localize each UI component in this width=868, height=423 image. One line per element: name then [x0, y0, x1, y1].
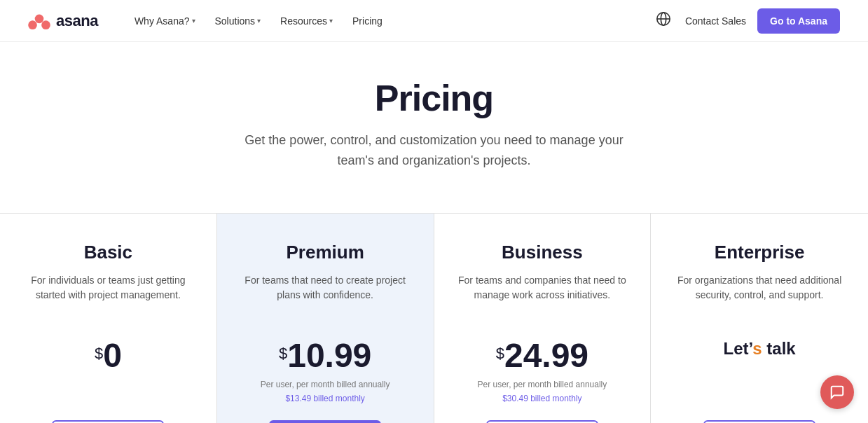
- chevron-down-icon: ▾: [329, 17, 333, 25]
- plan-business-billing-annual: Per user, per month billed annually: [477, 378, 607, 391]
- plan-premium: Premium For teams that need to create pr…: [217, 214, 434, 423]
- plan-business-desc: For teams and companies that need to man…: [455, 273, 630, 322]
- plan-premium-amount: 10.99: [287, 339, 371, 373]
- plan-enterprise-lets-talk: Let’s talk: [724, 339, 796, 359]
- logo[interactable]: asana: [28, 12, 98, 30]
- nav-pricing[interactable]: Pricing: [344, 10, 391, 32]
- plan-business-price: $ 24.99: [496, 339, 588, 373]
- plan-basic: Basic For individuals or teams just gett…: [0, 214, 217, 423]
- plan-business: Business For teams and companies that ne…: [434, 214, 652, 423]
- plan-basic-dollar: $: [95, 345, 103, 363]
- chevron-down-icon: ▾: [192, 17, 195, 25]
- chevron-down-icon: ▾: [257, 17, 261, 25]
- pricing-grid: Basic For individuals or teams just gett…: [0, 214, 868, 423]
- plan-basic-amount: 0: [103, 339, 122, 373]
- page-title: Pricing: [14, 77, 854, 119]
- language-selector-button[interactable]: [653, 8, 674, 33]
- go-to-asana-button[interactable]: Go to Asana: [757, 8, 840, 34]
- chat-icon: [829, 384, 845, 400]
- plan-enterprise-desc: For organizations that need additional s…: [672, 273, 847, 322]
- plan-basic-cta[interactable]: Get Started: [52, 420, 164, 423]
- plan-basic-desc: For individuals or teams just getting st…: [21, 273, 195, 322]
- nav-resources[interactable]: Resources ▾: [272, 10, 341, 32]
- plan-basic-price: $ 0: [95, 339, 122, 373]
- asana-logo-icon: [28, 13, 50, 29]
- svg-point-2: [41, 20, 50, 29]
- plan-premium-name: Premium: [286, 242, 364, 263]
- plan-business-billing-monthly: $30.49 billed monthly: [502, 394, 581, 403]
- nav-solutions[interactable]: Solutions ▾: [207, 10, 270, 32]
- plan-premium-dollar: $: [279, 345, 287, 363]
- chat-bubble-button[interactable]: [820, 375, 854, 409]
- nav-why-asana[interactable]: Why Asana? ▾: [126, 10, 204, 32]
- plan-enterprise-name: Enterprise: [715, 242, 805, 263]
- hero-section: Pricing Get the power, control, and cust…: [0, 42, 868, 192]
- navbar: asana Why Asana? ▾ Solutions ▾ Resources…: [0, 0, 868, 42]
- nav-links: Why Asana? ▾ Solutions ▾ Resources ▾ Pri…: [126, 10, 653, 32]
- plan-business-cta[interactable]: Try for free: [486, 420, 598, 423]
- plan-business-amount: 24.99: [504, 339, 588, 373]
- svg-point-1: [28, 20, 37, 29]
- nav-right: Contact Sales Go to Asana: [653, 8, 840, 34]
- plan-premium-billing-monthly: $13.49 billed monthly: [285, 394, 364, 403]
- plan-enterprise-cta[interactable]: Contact Sales: [703, 420, 815, 423]
- globe-icon: [656, 11, 671, 27]
- logo-text: asana: [56, 12, 98, 30]
- plan-premium-cta[interactable]: Try for free: [269, 420, 381, 423]
- plan-business-name: Business: [502, 242, 583, 263]
- plan-basic-name: Basic: [84, 242, 132, 263]
- hero-subtitle: Get the power, control, and customizatio…: [231, 130, 638, 171]
- contact-sales-nav-link[interactable]: Contact Sales: [685, 15, 746, 27]
- plan-premium-desc: For teams that need to create project pl…: [238, 273, 413, 322]
- plan-business-dollar: $: [496, 345, 504, 363]
- plan-premium-billing-annual: Per user, per month billed annually: [261, 378, 390, 391]
- svg-point-0: [35, 14, 44, 23]
- plan-premium-price: $ 10.99: [279, 339, 371, 373]
